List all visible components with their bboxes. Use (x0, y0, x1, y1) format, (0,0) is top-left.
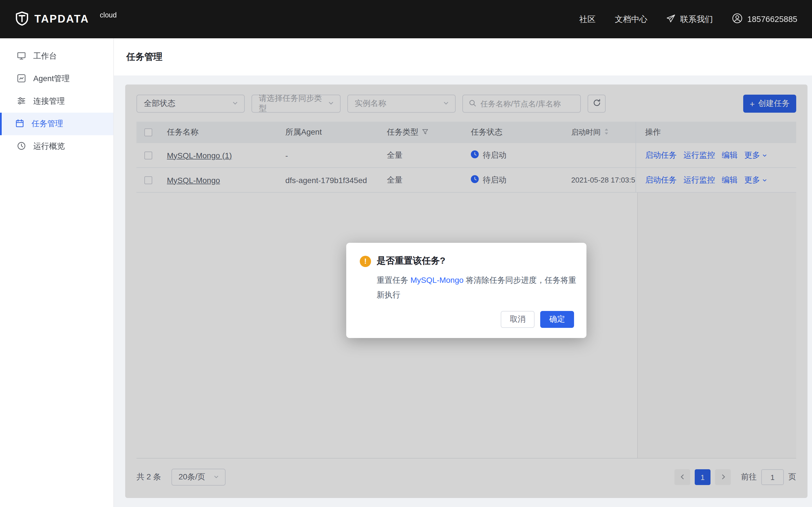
brand[interactable]: TAPDATA cloud (15, 11, 117, 27)
reset-task-dialog: ! 是否重置该任务? 重置任务 MySQL-Mongo 将清除任务同步进度，任务… (346, 243, 587, 338)
user-avatar-icon (732, 13, 743, 25)
dialog-message: 重置任务 MySQL-Mongo 将清除任务同步进度，任务将重新执行 (377, 273, 580, 302)
calendar-task-icon (15, 119, 24, 129)
brand-wordmark: TAPDATA (35, 13, 89, 25)
sidebar: 工作台 Agent管理 连接管理 (0, 38, 114, 507)
app-window: TAPDATA cloud 社区 文档中心 联系我们 (0, 0, 812, 507)
user-phone: 18576625885 (748, 15, 797, 24)
nav-community[interactable]: 社区 (579, 14, 596, 24)
sidebar-item-overview[interactable]: 运行概览 (0, 135, 113, 158)
warning-icon: ! (360, 256, 371, 267)
monitor-icon (17, 51, 26, 62)
confirm-button[interactable]: 确定 (540, 311, 574, 328)
sidebar-item-connections[interactable]: 连接管理 (0, 90, 113, 113)
overview-clock-icon (17, 141, 26, 152)
tapdata-logo-icon (15, 11, 29, 27)
sliders-icon (17, 96, 26, 107)
cancel-button[interactable]: 取消 (501, 311, 535, 328)
top-header: TAPDATA cloud 社区 文档中心 联系我们 (0, 0, 812, 38)
task-name-highlight[interactable]: MySQL-Mongo (410, 276, 463, 284)
nav-docs[interactable]: 文档中心 (615, 14, 648, 24)
user-account[interactable]: 18576625885 (732, 13, 797, 25)
sidebar-item-agent[interactable]: Agent管理 (0, 68, 113, 90)
sidebar-item-workbench[interactable]: 工作台 (0, 45, 113, 68)
nav-contact[interactable]: 联系我们 (667, 14, 713, 24)
page-header: 任务管理 (114, 38, 812, 75)
brand-cloud-label: cloud (100, 11, 117, 19)
top-nav: 社区 文档中心 联系我们 (579, 13, 797, 25)
main-content: 任务管理 全部状态 请选择任务同步类型 (114, 38, 812, 507)
dialog-actions: 取消 确定 (360, 311, 574, 328)
paper-plane-icon (667, 14, 676, 24)
agent-chart-icon (17, 73, 26, 84)
dialog-title: 是否重置该任务? (377, 255, 446, 267)
sidebar-item-tasks[interactable]: 任务管理 (0, 113, 113, 135)
page-title: 任务管理 (126, 51, 162, 63)
dialog-header: ! 是否重置该任务? (360, 255, 574, 267)
